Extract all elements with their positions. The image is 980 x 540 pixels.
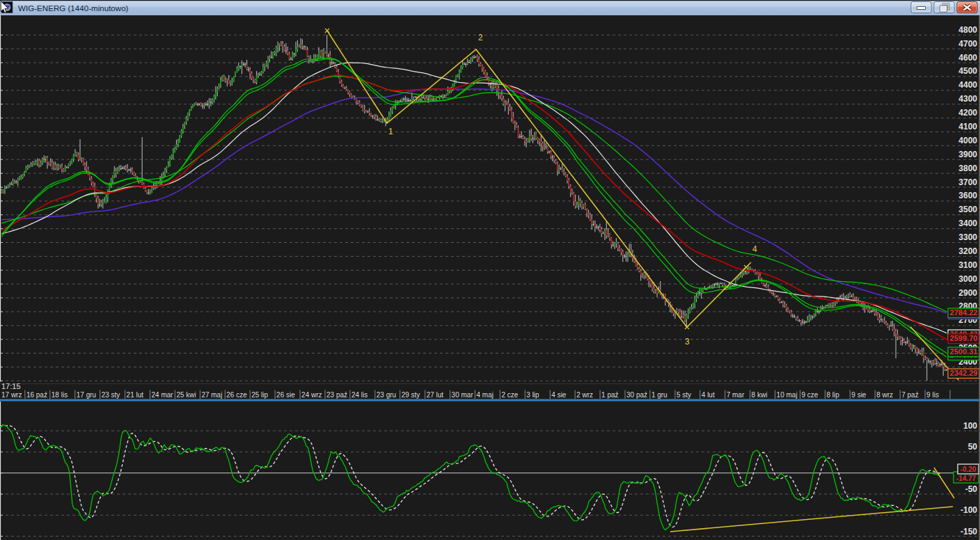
svg-text:4600: 4600 [958, 53, 977, 63]
svg-text:5 sty: 5 sty [677, 391, 691, 399]
svg-text:7 paź: 7 paź [901, 391, 918, 399]
svg-text:7 mar: 7 mar [727, 391, 745, 399]
svg-text:1 gru: 1 gru [651, 391, 667, 399]
svg-text:3400: 3400 [958, 219, 977, 228]
svg-text:4200: 4200 [958, 108, 977, 118]
svg-text:27 maj: 27 maj [201, 391, 222, 399]
svg-text:24 lis: 24 lis [351, 391, 368, 399]
svg-text:24 mar: 24 mar [152, 391, 174, 399]
svg-text:2900: 2900 [958, 288, 977, 298]
svg-text:26 sie: 26 sie [276, 391, 295, 399]
svg-text:16 paź: 16 paź [26, 391, 47, 399]
svg-text:3200: 3200 [958, 246, 977, 256]
svg-text:WIG-ENERG (1440-minutowo): WIG-ENERG (1440-minutowo) [18, 3, 129, 13]
svg-text:9 cze: 9 cze [802, 391, 819, 399]
svg-text:2342.29: 2342.29 [950, 369, 978, 377]
svg-text:50: 50 [968, 442, 978, 452]
svg-text:23 paź: 23 paź [326, 391, 347, 399]
svg-text:24 wrz: 24 wrz [301, 391, 322, 399]
svg-text:4100: 4100 [958, 122, 977, 132]
svg-text:3300: 3300 [958, 232, 977, 242]
svg-text:8 lip: 8 lip [826, 391, 839, 399]
svg-text:3700: 3700 [958, 177, 977, 187]
svg-text:-0.20: -0.20 [961, 466, 977, 473]
svg-text:100: 100 [963, 421, 977, 431]
svg-text:4300: 4300 [958, 94, 977, 104]
svg-text:-150: -150 [961, 527, 977, 537]
svg-text:26 cze: 26 cze [226, 391, 247, 399]
svg-text:4000: 4000 [958, 136, 977, 145]
svg-text:3900: 3900 [958, 150, 977, 159]
svg-text:4700: 4700 [958, 39, 977, 49]
svg-text:3: 3 [685, 337, 690, 347]
svg-text:2 cze: 2 cze [501, 391, 518, 399]
svg-text:8 kwi: 8 kwi [752, 391, 768, 399]
svg-text:2500.31: 2500.31 [950, 347, 978, 356]
svg-text:4800: 4800 [958, 25, 977, 35]
svg-text:23 sty: 23 sty [102, 391, 120, 399]
svg-text:-100: -100 [961, 505, 977, 515]
svg-text:8 wrz: 8 wrz [876, 391, 893, 399]
svg-text:27 lut: 27 lut [427, 391, 444, 399]
svg-text:10 maj: 10 maj [777, 391, 798, 399]
svg-text:4 lut: 4 lut [702, 391, 715, 399]
svg-text:30 paź: 30 paź [626, 391, 647, 399]
svg-text:3100: 3100 [958, 260, 977, 270]
svg-text:-14.77: -14.77 [956, 475, 977, 482]
svg-text:2599.70: 2599.70 [950, 334, 978, 342]
svg-text:3500: 3500 [958, 205, 977, 214]
svg-text:17 wrz: 17 wrz [1, 391, 22, 399]
svg-text:17:15: 17:15 [1, 382, 21, 390]
svg-text:2784.22: 2784.22 [950, 308, 978, 317]
svg-text:4500: 4500 [958, 66, 977, 76]
svg-text:3 lip: 3 lip [526, 391, 539, 399]
svg-text:1 paź: 1 paź [601, 391, 618, 399]
svg-text:9 lis: 9 lis [926, 391, 939, 399]
svg-text:18 lis: 18 lis [52, 391, 68, 399]
svg-text:-50: -50 [965, 484, 978, 494]
svg-text:3600: 3600 [958, 191, 977, 200]
svg-text:25 lip: 25 lip [251, 391, 268, 399]
svg-text:23 gru: 23 gru [377, 391, 396, 399]
svg-text:3800: 3800 [958, 164, 977, 173]
svg-text:1: 1 [388, 127, 393, 136]
svg-text:2 wrz: 2 wrz [576, 391, 593, 399]
svg-text:17 gru: 17 gru [77, 391, 96, 399]
svg-text:4: 4 [752, 244, 757, 254]
svg-text:25 kwi: 25 kwi [176, 391, 196, 399]
svg-text:4400: 4400 [958, 80, 977, 90]
svg-text:9 sie: 9 sie [851, 391, 867, 399]
svg-text:30 mar: 30 mar [452, 391, 474, 399]
svg-text:4 maj: 4 maj [477, 391, 493, 399]
svg-text:2: 2 [478, 33, 483, 42]
svg-text:3000: 3000 [958, 274, 977, 284]
svg-text:4 sie: 4 sie [551, 391, 567, 399]
svg-text:29 sty: 29 sty [402, 391, 420, 399]
svg-text:21 lut: 21 lut [127, 391, 144, 399]
